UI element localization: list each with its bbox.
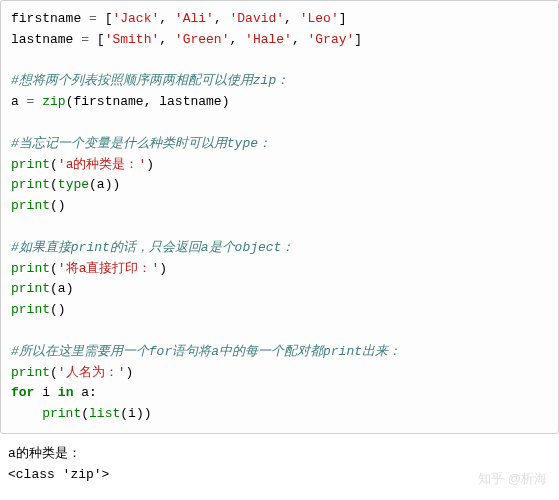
str: 'Gray' <box>308 32 355 47</box>
paren: ( <box>50 198 58 213</box>
comment-type: #当忘记一个变量是什么种类时可以用type： <box>11 136 271 151</box>
paren: ( <box>50 365 58 380</box>
bracket: ] <box>354 32 362 47</box>
str: 'Hale' <box>245 32 292 47</box>
paren: ( <box>81 406 89 421</box>
str: '人名为：' <box>58 365 126 380</box>
comma: , <box>292 32 308 47</box>
fn-zip: zip <box>42 94 65 109</box>
fn-print: print <box>11 177 50 192</box>
paren: ) <box>58 302 66 317</box>
line-15: for i in a: <box>11 385 97 400</box>
fn-print: print <box>11 261 50 276</box>
line-7: print(type(a)) <box>11 177 120 192</box>
comma: , <box>159 11 175 26</box>
arg: firstname <box>73 94 143 109</box>
line-2: lastname = ['Smith', 'Green', 'Hale', 'G… <box>11 32 362 47</box>
op-eq: = <box>81 11 104 26</box>
line-8: print() <box>11 198 66 213</box>
str: 'Smith' <box>105 32 160 47</box>
arg: i <box>128 406 136 421</box>
output-block: a的种类是： <class 'zip'> 将a直接打印： <zip object… <box>0 442 559 500</box>
str: 'Green' <box>175 32 230 47</box>
comment-obj: #如果直接print的话，只会返回a是个object： <box>11 240 294 255</box>
paren: ( <box>89 177 97 192</box>
var-firstname: firstname <box>11 11 81 26</box>
str: 'David' <box>229 11 284 26</box>
arg: lastname <box>159 94 221 109</box>
colon: : <box>89 385 97 400</box>
fn-type: type <box>58 177 89 192</box>
kw-in: in <box>58 385 74 400</box>
paren: ) <box>58 198 66 213</box>
comment-for: #所以在这里需要用一个for语句将a中的每一个配对都print出来： <box>11 344 401 359</box>
comma: , <box>214 11 230 26</box>
line-1: firstname = ['Jack', 'Ali', 'David', 'Le… <box>11 11 347 26</box>
bracket: [ <box>97 32 105 47</box>
output-header-1: a的种类是： <box>8 446 81 461</box>
paren: ( <box>50 281 58 296</box>
var-a: a <box>11 94 19 109</box>
line-4: a = zip(firstname, lastname) <box>11 94 230 109</box>
arg: a <box>97 177 105 192</box>
var-i: i <box>42 385 50 400</box>
paren: ) <box>125 365 133 380</box>
bracket: ] <box>339 11 347 26</box>
paren: ( <box>50 261 58 276</box>
fn-print: print <box>11 281 50 296</box>
paren: ) <box>66 281 74 296</box>
str: 'Ali' <box>175 11 214 26</box>
line-10: print('将a直接打印：') <box>11 261 167 276</box>
iter: a <box>81 385 89 400</box>
var-lastname: lastname <box>11 32 73 47</box>
str: 'Leo' <box>300 11 339 26</box>
comma: , <box>284 11 300 26</box>
comma: , <box>229 32 245 47</box>
str: 'Jack' <box>112 11 159 26</box>
line-6: print('a的种类是：') <box>11 157 154 172</box>
output-line-class: <class 'zip'> <box>8 467 109 482</box>
op-eq: = <box>19 94 42 109</box>
str: 'a的种类是：' <box>58 157 146 172</box>
paren: ) <box>146 157 154 172</box>
fn-print: print <box>11 365 50 380</box>
fn-print: print <box>11 157 50 172</box>
op-eq: = <box>73 32 96 47</box>
paren: ) <box>112 177 120 192</box>
paren: ) <box>159 261 167 276</box>
comma: , <box>144 94 160 109</box>
line-16: print(list(i)) <box>11 406 152 421</box>
arg: a <box>58 281 66 296</box>
paren: ( <box>50 302 58 317</box>
paren: ) <box>222 94 230 109</box>
fn-print: print <box>42 406 81 421</box>
fn-list: list <box>89 406 120 421</box>
fn-print: print <box>11 198 50 213</box>
code-block: firstname = ['Jack', 'Ali', 'David', 'Le… <box>0 0 559 434</box>
paren: ( <box>120 406 128 421</box>
paren: ( <box>50 177 58 192</box>
kw-for: for <box>11 385 34 400</box>
line-11: print(a) <box>11 281 73 296</box>
comment-zip: #想将两个列表按照顺序两两相配可以使用zip： <box>11 73 289 88</box>
line-14: print('人名为：') <box>11 365 133 380</box>
paren: ) <box>144 406 152 421</box>
paren: ) <box>136 406 144 421</box>
comma: , <box>159 32 175 47</box>
str: '将a直接打印：' <box>58 261 159 276</box>
fn-print: print <box>11 302 50 317</box>
paren: ( <box>50 157 58 172</box>
line-12: print() <box>11 302 66 317</box>
indent <box>11 406 42 421</box>
space <box>50 385 58 400</box>
